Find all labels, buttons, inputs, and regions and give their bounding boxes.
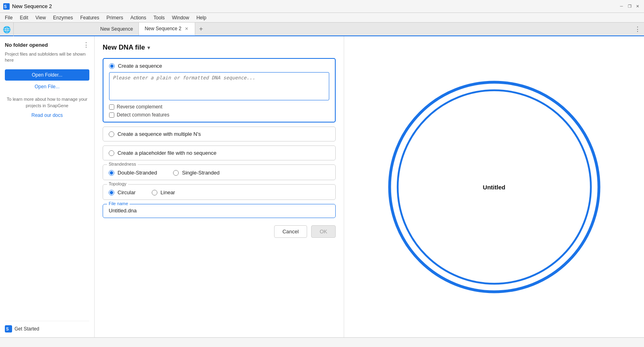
menu-item-features[interactable]: Features <box>77 14 102 21</box>
open-folder-button[interactable]: Open Folder... <box>5 69 89 81</box>
create-multiple-label[interactable]: Create a sequence with multiple N's <box>109 131 330 137</box>
buttons-row: Cancel OK <box>103 225 336 238</box>
strandedness-group: Strandedness Double-Stranded Single-Stra… <box>103 164 336 180</box>
reverse-complement-row: Reverse complement <box>109 104 329 110</box>
tab-bar: 🌐 New Sequence New Sequence 2 ✕ + ⋮ <box>0 23 644 36</box>
filename-legend: File name <box>107 201 130 206</box>
status-bar <box>0 337 644 347</box>
circular-label: Circular <box>118 189 136 195</box>
single-stranded-label: Single-Stranded <box>182 170 219 176</box>
title-bar-left: S New Sequence 2 <box>3 3 52 10</box>
tab-new-sequence-2[interactable]: New Sequence 2 ✕ <box>139 23 195 35</box>
title-bar-controls: ─ ❐ ✕ <box>618 3 641 10</box>
detect-features-checkbox[interactable] <box>109 112 114 118</box>
form-title-chevron[interactable]: ▾ <box>147 44 150 51</box>
sidebar-header: No folder opened ⋮ <box>5 41 89 49</box>
form-title: New DNA file <box>103 44 145 52</box>
detect-features-row: Detect common features <box>109 112 329 118</box>
title-bar: S New Sequence 2 ─ ❐ ✕ <box>0 0 644 13</box>
add-tab-button[interactable]: + <box>195 23 207 35</box>
double-stranded-label: Double-Stranded <box>118 170 157 176</box>
menu-item-enzymes[interactable]: Enzymes <box>50 14 76 21</box>
double-stranded-option[interactable]: Double-Stranded <box>109 170 157 176</box>
menu-item-primers[interactable]: Primers <box>103 14 126 21</box>
linear-label: Linear <box>161 189 175 195</box>
topology-group: Topology Circular Linear <box>103 184 336 200</box>
tab-close-button[interactable]: ✕ <box>184 26 189 32</box>
preview-area: Untitled <box>344 36 644 337</box>
menu-item-edit[interactable]: Edit <box>17 14 31 21</box>
globe-icon-area: 🌐 <box>0 23 14 36</box>
svg-text:S: S <box>4 4 7 9</box>
app-icon: S <box>3 3 10 10</box>
main-layout: No folder opened ⋮ Project files and sub… <box>0 36 644 337</box>
tab-more-icon: ⋮ <box>634 25 641 33</box>
menu-item-actions[interactable]: Actions <box>127 14 149 21</box>
menu-item-view[interactable]: View <box>32 14 49 21</box>
get-started-label: Get Started <box>14 326 39 332</box>
linear-option[interactable]: Linear <box>152 189 175 195</box>
read-docs-link[interactable]: Read our docs <box>5 112 89 118</box>
detect-features-label: Detect common features <box>117 112 169 118</box>
single-stranded-option[interactable]: Single-Stranded <box>173 170 219 176</box>
placeholder-text: Create a placeholder file with no sequen… <box>118 150 217 156</box>
form-title-row: New DNA file ▾ <box>103 44 336 52</box>
strandedness-options: Double-Stranded Single-Stranded <box>109 170 330 176</box>
placeholder-option[interactable]: Create a placeholder file with no sequen… <box>103 145 336 160</box>
menu-bar: FileEditViewEnzymesFeaturesPrimersAction… <box>0 13 644 23</box>
double-stranded-radio[interactable] <box>109 170 114 176</box>
placeholder-label[interactable]: Create a placeholder file with no sequen… <box>109 150 330 156</box>
create-sequence-label[interactable]: Create a sequence <box>109 63 329 69</box>
title-bar-title: New Sequence 2 <box>12 3 52 9</box>
filename-fieldset: File name <box>103 204 336 218</box>
get-started-icon: S <box>5 325 12 332</box>
sidebar-learn-text: To learn more about how to manage your p… <box>5 96 89 109</box>
sidebar-title: No folder opened <box>5 42 48 48</box>
circular-option[interactable]: Circular <box>109 189 136 195</box>
create-sequence-text: Create a sequence <box>118 63 162 69</box>
circular-dna-diagram: Untitled <box>382 74 607 300</box>
placeholder-radio[interactable] <box>109 150 114 156</box>
menu-item-tools[interactable]: Tools <box>150 14 168 21</box>
close-button[interactable]: ✕ <box>634 3 641 10</box>
cancel-button[interactable]: Cancel <box>274 225 307 238</box>
sidebar-more-button[interactable]: ⋮ <box>83 41 89 49</box>
tab-label-2: New Sequence 2 <box>144 26 181 31</box>
strandedness-legend: Strandedness <box>107 162 138 166</box>
minimize-button[interactable]: ─ <box>618 3 625 10</box>
form-area: New DNA file ▾ Create a sequence Reverse… <box>95 36 344 337</box>
menu-item-window[interactable]: Window <box>169 14 192 21</box>
dna-label: Untitled <box>483 183 506 190</box>
sidebar-subtitle: Project files and subfolders will be sho… <box>5 51 89 64</box>
single-stranded-radio[interactable] <box>173 170 179 176</box>
menu-item-help[interactable]: Help <box>193 14 210 21</box>
linear-radio[interactable] <box>152 190 157 195</box>
topology-options: Circular Linear <box>109 189 330 195</box>
sidebar-footer: S Get Started <box>5 321 89 332</box>
reverse-complement-label: Reverse complement <box>117 104 162 110</box>
topology-legend: Topology <box>107 181 128 186</box>
add-tab-icon: + <box>199 25 203 33</box>
create-multiple-radio[interactable] <box>109 131 114 137</box>
open-file-link[interactable]: Open File... <box>5 84 89 89</box>
filename-input[interactable] <box>109 208 330 214</box>
circular-radio[interactable] <box>109 190 114 195</box>
svg-text:S: S <box>6 327 9 331</box>
tab-label: New Sequence <box>100 26 133 32</box>
menu-item-file[interactable]: File <box>2 14 16 21</box>
tab-new-sequence[interactable]: New Sequence <box>95 23 139 35</box>
create-multiple-text: Create a sequence with multiple N's <box>118 131 201 137</box>
create-multiple-option[interactable]: Create a sequence with multiple N's <box>103 127 336 141</box>
sequence-textarea[interactable] <box>109 72 329 100</box>
reverse-complement-checkbox[interactable] <box>109 104 114 110</box>
restore-button[interactable]: ❐ <box>626 3 633 10</box>
create-sequence-option[interactable]: Create a sequence Reverse complement Det… <box>103 58 336 123</box>
create-sequence-radio[interactable] <box>109 63 115 69</box>
tab-more-button[interactable]: ⋮ <box>631 23 644 35</box>
globe-icon: 🌐 <box>3 26 11 33</box>
ok-button[interactable]: OK <box>311 225 336 238</box>
sidebar: No folder opened ⋮ Project files and sub… <box>0 36 95 337</box>
